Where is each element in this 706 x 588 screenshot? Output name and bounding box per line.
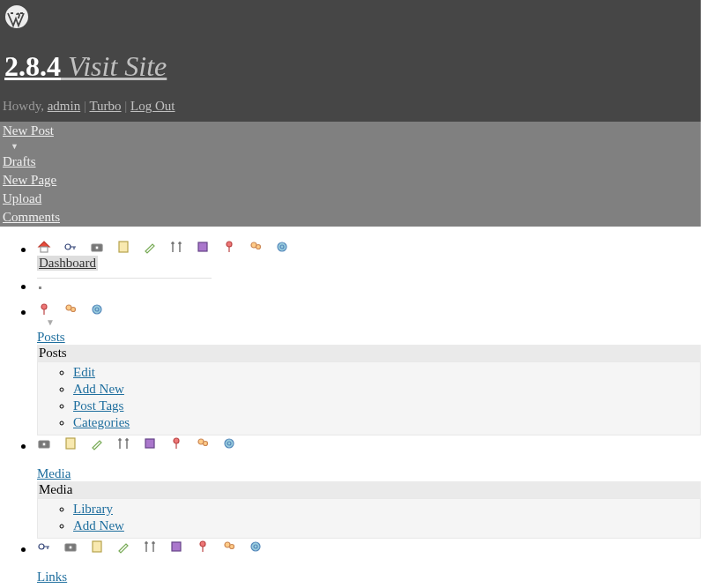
posts-edit-item: Edit: [73, 364, 700, 381]
dashboard-sprite-row: [37, 239, 706, 255]
camera-icon: [37, 436, 51, 450]
gear-icon: [90, 302, 104, 316]
svg-point-32: [69, 546, 72, 549]
camera-icon: [90, 240, 104, 254]
svg-rect-33: [93, 541, 101, 552]
svg-point-29: [227, 442, 231, 445]
pin-icon: [196, 540, 210, 554]
howdy-text: Howdy,: [3, 99, 44, 113]
users-icon: [196, 436, 210, 450]
gear-icon: [249, 540, 263, 554]
site-version-link[interactable]: 2.8.4: [4, 50, 68, 82]
nav-item-media[interactable]: Media Media Library Add New: [35, 435, 706, 539]
upload-link[interactable]: Upload: [0, 190, 701, 208]
admin-profile-link[interactable]: admin: [48, 99, 81, 113]
svg-point-19: [95, 308, 99, 311]
svg-point-21: [42, 443, 46, 446]
plugin-icon: [143, 436, 157, 450]
svg-point-5: [95, 246, 99, 249]
camera-icon: [63, 540, 78, 554]
svg-rect-22: [66, 438, 75, 449]
key-icon: [63, 240, 78, 254]
posts-categories-link[interactable]: Categories: [73, 415, 130, 429]
pin-icon: [37, 302, 51, 316]
turbo-link[interactable]: Turbo: [89, 99, 121, 113]
tools-icon: [143, 540, 157, 554]
svg-point-38: [230, 545, 234, 549]
posts-section-title: Posts: [37, 345, 701, 361]
svg-point-24: [174, 438, 179, 443]
pin-icon: [169, 436, 183, 450]
links-link[interactable]: Links: [37, 569, 67, 584]
favorites-bar: New Post ▼ Drafts New Page Upload Commen…: [0, 122, 701, 227]
comments-link[interactable]: Comments: [0, 208, 701, 227]
media-link[interactable]: Media: [37, 466, 71, 481]
media-library-item: Library: [73, 501, 700, 517]
posts-edit-link[interactable]: Edit: [73, 365, 95, 379]
users-icon: [222, 540, 236, 554]
tools-icon: [116, 436, 130, 450]
svg-point-30: [39, 544, 44, 549]
media-submenu: Library Add New: [37, 498, 701, 539]
posts-sprite-row: [37, 301, 706, 317]
media-library-link[interactable]: Library: [73, 502, 113, 516]
nav-item-links[interactable]: Links: [35, 539, 706, 584]
key-icon: [37, 540, 51, 554]
posts-expand-indicator[interactable]: ▼: [46, 317, 706, 327]
plugin-icon: [196, 240, 210, 254]
tools-icon: [169, 240, 183, 254]
posts-add-new-link[interactable]: Add New: [73, 382, 124, 396]
svg-point-35: [200, 541, 205, 547]
nav-separator: [35, 278, 706, 294]
brush-icon: [116, 540, 130, 554]
svg-point-17: [71, 308, 76, 312]
plugin-icon: [169, 540, 183, 554]
brush-icon: [143, 240, 157, 254]
svg-point-11: [256, 245, 261, 249]
brush-icon: [90, 436, 104, 450]
gear-icon: [222, 436, 236, 450]
svg-rect-2: [41, 247, 48, 252]
posts-cats-item: Categories: [73, 414, 700, 431]
nav-item-dashboard[interactable]: Dashboard: [35, 239, 706, 271]
logout-link[interactable]: Log Out: [130, 99, 175, 113]
gear-icon: [275, 240, 289, 254]
pin-icon: [222, 240, 236, 254]
posts-link[interactable]: Posts: [37, 330, 65, 345]
new-page-link[interactable]: New Page: [0, 171, 701, 190]
admin-sidebar: Dashboard ▼ Posts Posts Edit Add New Pos…: [0, 239, 706, 584]
dashboard-link[interactable]: Dashboard: [37, 256, 98, 271]
nav-item-posts[interactable]: ▼ Posts Posts Edit Add New Post Tags Cat…: [35, 301, 706, 435]
links-sprite-row: [37, 539, 706, 555]
media-add-new-link[interactable]: Add New: [73, 518, 124, 532]
page-icon: [63, 436, 78, 450]
svg-rect-34: [172, 542, 181, 551]
media-section-title: Media: [37, 481, 701, 498]
media-add-item: Add New: [73, 517, 700, 534]
home-icon: [37, 240, 51, 254]
posts-submenu: Edit Add New Post Tags Categories: [37, 361, 701, 435]
users-icon: [249, 240, 263, 254]
posts-tags-item: Post Tags: [73, 398, 700, 414]
svg-rect-7: [198, 242, 207, 251]
media-sprite-row: [37, 435, 706, 451]
collapse-dot-icon[interactable]: [37, 285, 43, 291]
visit-site-link[interactable]: Visit Site: [68, 50, 167, 82]
new-post-link[interactable]: New Post: [0, 122, 701, 140]
svg-rect-6: [119, 242, 128, 252]
users-icon: [63, 302, 78, 316]
svg-point-3: [65, 244, 71, 249]
posts-post-tags-link[interactable]: Post Tags: [73, 398, 123, 413]
svg-point-27: [204, 442, 208, 446]
svg-point-40: [254, 545, 257, 548]
wordpress-logo-icon: [3, 3, 31, 31]
page-icon: [90, 540, 104, 554]
svg-point-13: [280, 245, 284, 249]
drafts-link[interactable]: Drafts: [0, 153, 701, 171]
favorites-toggle[interactable]: ▼: [0, 140, 701, 153]
admin-header: 2.8.4 Visit Site Howdy, admin | Turbo | …: [0, 0, 701, 122]
page-icon: [116, 240, 130, 254]
posts-add-item: Add New: [73, 381, 700, 398]
svg-point-8: [227, 242, 232, 247]
user-greeting: Howdy, admin | Turbo | Log Out: [3, 99, 701, 119]
